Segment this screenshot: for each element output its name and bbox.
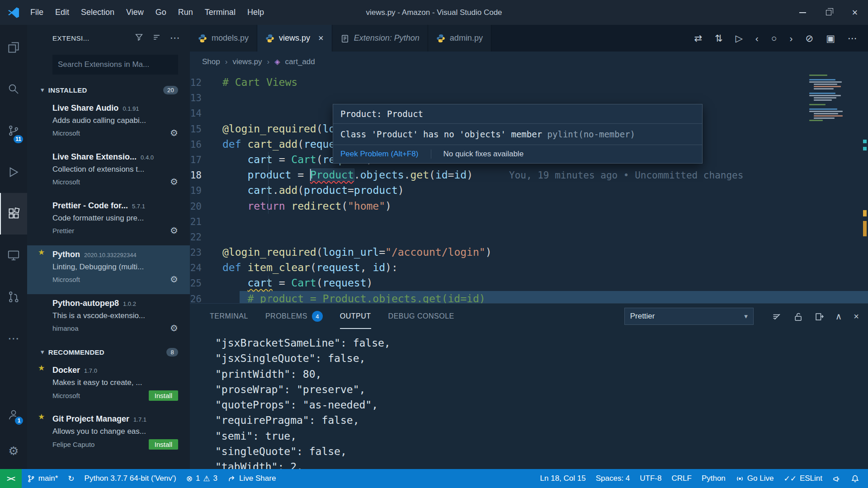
manage-gear-icon[interactable]: ⚙ [170,128,178,137]
panel-tab-debug-console[interactable]: DEBUG CONSOLE [388,304,454,329]
close-tab-icon[interactable]: × [318,33,324,43]
extension-item-liveshare-pack[interactable]: Live Share Extensio...0.4.0 Collection o… [27,148,190,197]
extension-item-autopep8[interactable]: Python-autopep81.0.2 This is a vscode-ex… [27,294,190,343]
cursor-position-status[interactable]: Ln 18, Col 15 [535,474,591,483]
activity-search[interactable] [0,68,27,110]
close-window-button[interactable]: × [842,0,868,25]
go-live-status[interactable]: Go Live [731,474,779,483]
run-file-icon[interactable]: ▷ [736,33,743,43]
unlock-icon[interactable] [793,312,802,321]
menu-terminal[interactable]: Terminal [199,8,241,17]
extension-item-prettier[interactable]: Prettier - Code for...5.7.1 Code formatt… [27,197,190,245]
tab-models-py[interactable]: models.py [190,25,257,52]
breadcrumb: Shop › views.py › ◈ cart_add [190,52,868,72]
problems-status[interactable]: ⊗ 1 ⚠ 3 [181,474,222,483]
tab-admin-py[interactable]: admin.py [428,25,491,52]
install-button[interactable]: Install [149,439,178,450]
menu-run[interactable]: Run [172,8,199,17]
code-line[interactable]: 24def item_clear(request, id): [190,260,868,275]
compare-icon[interactable]: ⇅ [715,33,723,43]
eslint-status[interactable]: ✓✓ ESLint [778,474,827,483]
output-channel-select[interactable]: Prettier ▾ [624,308,754,325]
activity-source-control[interactable]: 11 [0,110,27,151]
extension-item-python[interactable]: ★ Python2020.10.332292344 Linting, Debug… [27,245,190,294]
breadcrumb-symbol[interactable]: cart_add [285,57,315,66]
code-line[interactable]: 26 # product = Product.objects.get(id=id… [190,291,868,303]
more-actions-icon[interactable]: ⋯ [848,33,857,43]
menu-edit[interactable]: Edit [49,8,75,17]
encoding-status[interactable]: UTF-8 [635,474,666,483]
indentation-status[interactable]: Spaces: 4 [591,474,635,483]
manage-gear-icon[interactable]: ⚙ [170,324,178,333]
code-line[interactable]: 23@login_required(login_url="/account/lo… [190,244,868,260]
minimize-button[interactable] [789,0,816,25]
nav-back-icon[interactable]: ‹ [755,33,759,43]
extension-item-liveshare-audio[interactable]: Live Share Audio0.1.91 Adds audio callin… [27,99,190,148]
manage-gear-icon[interactable]: ⚙ [170,275,178,284]
minimap[interactable] [809,75,860,124]
menu-file[interactable]: File [24,8,49,17]
extension-item-git-project-manager[interactable]: ★ Git Project Manager1.7.1 Allows you to… [27,410,190,459]
manage-gear-icon[interactable]: ⚙ [170,226,178,235]
more-actions-icon[interactable]: ⋯ [170,33,180,43]
activity-more[interactable]: ⋯ [0,318,27,359]
activity-extensions[interactable] [0,193,27,235]
activity-remote-explorer[interactable] [0,235,27,276]
nav-position-icon[interactable]: ○ [771,33,777,43]
code-line[interactable]: 19 cart.add(product=product) [190,183,868,198]
tab-views-py[interactable]: views.py × [257,25,332,52]
code-line[interactable]: 13 [190,90,868,105]
live-share-status[interactable]: Live Share [222,474,281,483]
git-branch-status[interactable]: main* [22,474,63,483]
manage-gear-icon[interactable]: ⚙ [170,177,178,186]
clear-output-icon[interactable] [772,312,781,321]
sync-status[interactable]: ↻ [63,475,79,483]
tab-extension-python[interactable]: Extension: Python [332,25,428,52]
section-recommended[interactable]: ▾ RECOMMENDED 8 [27,343,190,361]
remote-indicator[interactable]: >< [0,469,22,488]
clear-search-icon[interactable] [152,33,161,43]
interactive-window-icon[interactable]: ⊘ [806,33,814,43]
activity-github-pr[interactable] [0,276,27,318]
notifications-button[interactable] [846,474,864,483]
activity-settings[interactable]: ⚙ [0,433,27,469]
activity-run-debug[interactable] [0,151,27,193]
feedback-button[interactable] [827,474,846,483]
code-line[interactable]: 22 [190,229,868,244]
panel-tab-output[interactable]: OUTPUT [340,304,371,329]
code-token: ( [316,123,323,135]
menu-help[interactable]: Help [241,8,270,17]
language-mode-status[interactable]: Python [697,474,731,483]
panel-maximize-icon[interactable]: ∧ [835,312,842,321]
panel-close-icon[interactable]: × [854,312,859,321]
open-changes-icon[interactable]: ⇄ [694,33,702,43]
nav-forward-icon[interactable]: › [790,33,793,43]
activity-explorer[interactable] [0,27,27,68]
section-installed[interactable]: ▾ INSTALLED 20 [27,81,190,99]
eol-status[interactable]: CRLF [666,474,696,483]
extension-item-docker[interactable]: ★ Docker1.7.0 Makes it easy to create, .… [27,361,190,410]
menu-selection[interactable]: Selection [75,8,120,17]
code-line[interactable]: 12# Cart Views [190,75,868,90]
menu-view[interactable]: View [120,8,150,17]
code-line[interactable]: 20 return redirect("home") [190,198,868,214]
python-interpreter-status[interactable]: Python 3.7.7 64-bit ('Venv') [80,474,181,483]
panel-tab-problems[interactable]: PROBLEMS4 [265,304,323,329]
peek-problem-link[interactable]: Peek Problem (Alt+F8) [340,150,418,159]
activity-accounts[interactable]: 1 [0,397,27,433]
panel-tab-terminal[interactable]: TERMINAL [210,304,248,329]
breadcrumb-folder[interactable]: Shop [202,57,220,66]
code-line[interactable]: 21 [190,214,868,229]
split-editor-icon[interactable]: ▣ [826,33,835,43]
menu-go[interactable]: Go [150,8,172,17]
code-line[interactable]: 25 cart = Cart(request) [190,275,868,291]
code-line[interactable]: 18 product = Product.objects.get(id=id)Y… [190,167,868,183]
code-area[interactable]: 12# Cart Views131415@login_required(logi… [190,72,868,303]
breadcrumb-file[interactable]: views.py [232,57,262,66]
restore-button[interactable] [816,0,842,25]
code-token: redirect [291,200,341,212]
extensions-search-input[interactable] [52,60,178,69]
filter-icon[interactable] [135,33,143,43]
install-button[interactable]: Install [149,390,178,401]
open-output-in-editor-icon[interactable] [814,312,824,321]
